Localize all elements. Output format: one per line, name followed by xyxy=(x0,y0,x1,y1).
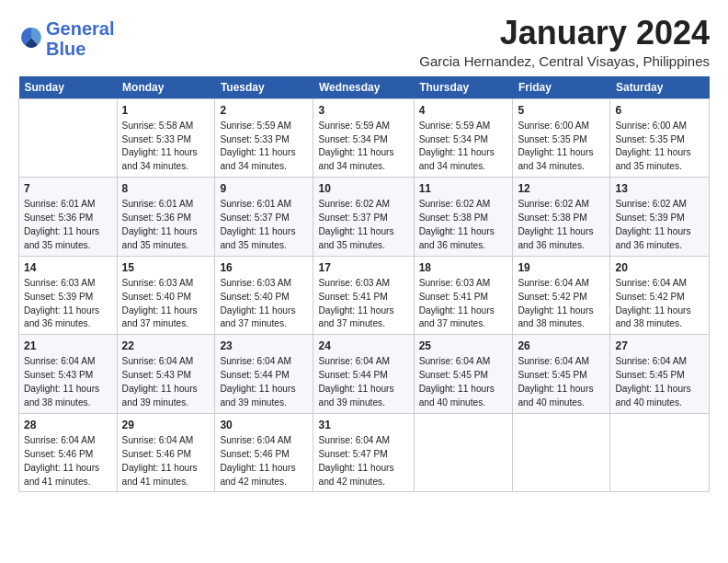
calendar-cell: 10Sunrise: 6:02 AMSunset: 5:37 PMDayligh… xyxy=(313,178,414,257)
calendar-cell: 20Sunrise: 6:04 AMSunset: 5:42 PMDayligh… xyxy=(610,256,710,335)
calendar-cell: 25Sunrise: 6:04 AMSunset: 5:45 PMDayligh… xyxy=(414,335,513,414)
day-number: 23 xyxy=(220,339,308,353)
calendar-cell: 31Sunrise: 6:04 AMSunset: 5:47 PMDayligh… xyxy=(313,413,414,492)
day-number: 28 xyxy=(24,418,112,432)
day-info: Sunrise: 6:01 AMSunset: 5:36 PMDaylight:… xyxy=(24,199,99,250)
calendar-cell: 2Sunrise: 5:59 AMSunset: 5:33 PMDaylight… xyxy=(215,98,313,178)
day-number: 27 xyxy=(615,339,704,353)
day-info: Sunrise: 6:00 AMSunset: 5:35 PMDaylight:… xyxy=(518,121,593,172)
day-number: 16 xyxy=(220,260,308,275)
calendar-cell: 3Sunrise: 5:59 AMSunset: 5:34 PMDaylight… xyxy=(313,98,414,178)
day-number: 26 xyxy=(518,339,605,353)
calendar-week-2: 7Sunrise: 6:01 AMSunset: 5:36 PMDaylight… xyxy=(19,178,710,257)
day-info: Sunrise: 6:01 AMSunset: 5:37 PMDaylight:… xyxy=(220,199,295,250)
title-block: January 2024 Garcia Hernandez, Central V… xyxy=(419,15,710,69)
day-info: Sunrise: 5:59 AMSunset: 5:34 PMDaylight:… xyxy=(318,121,393,172)
day-number: 20 xyxy=(615,260,704,275)
day-number: 1 xyxy=(122,103,210,118)
day-number: 15 xyxy=(122,260,210,275)
day-info: Sunrise: 6:04 AMSunset: 5:42 PMDaylight:… xyxy=(615,278,690,329)
col-thursday: Thursday xyxy=(414,76,513,99)
day-info: Sunrise: 6:04 AMSunset: 5:46 PMDaylight:… xyxy=(220,435,295,487)
header: General Blue January 2024 Garcia Hernand… xyxy=(18,15,710,69)
calendar-week-5: 28Sunrise: 6:04 AMSunset: 5:46 PMDayligh… xyxy=(19,413,710,492)
calendar-cell: 30Sunrise: 6:04 AMSunset: 5:46 PMDayligh… xyxy=(215,413,313,492)
calendar-cell: 7Sunrise: 6:01 AMSunset: 5:36 PMDaylight… xyxy=(19,178,118,257)
day-info: Sunrise: 5:59 AMSunset: 5:34 PMDaylight:… xyxy=(419,121,495,172)
day-number: 3 xyxy=(318,103,408,118)
logo-icon xyxy=(18,25,44,51)
calendar-cell: 19Sunrise: 6:04 AMSunset: 5:42 PMDayligh… xyxy=(513,256,610,335)
day-info: Sunrise: 5:59 AMSunset: 5:33 PMDaylight:… xyxy=(220,121,295,172)
calendar-cell: 21Sunrise: 6:04 AMSunset: 5:43 PMDayligh… xyxy=(19,335,118,414)
day-info: Sunrise: 6:01 AMSunset: 5:36 PMDaylight:… xyxy=(122,199,198,250)
calendar-cell: 5Sunrise: 6:00 AMSunset: 5:35 PMDaylight… xyxy=(513,98,610,178)
calendar-cell: 22Sunrise: 6:04 AMSunset: 5:43 PMDayligh… xyxy=(117,335,215,414)
col-tuesday: Tuesday xyxy=(215,76,313,99)
day-info: Sunrise: 6:03 AMSunset: 5:41 PMDaylight:… xyxy=(419,278,495,329)
calendar-cell: 4Sunrise: 5:59 AMSunset: 5:34 PMDaylight… xyxy=(414,98,513,178)
day-info: Sunrise: 5:58 AMSunset: 5:33 PMDaylight:… xyxy=(122,121,198,172)
calendar-cell xyxy=(610,413,710,492)
day-info: Sunrise: 6:04 AMSunset: 5:43 PMDaylight:… xyxy=(122,356,198,408)
calendar-cell: 1Sunrise: 5:58 AMSunset: 5:33 PMDaylight… xyxy=(117,98,215,178)
day-info: Sunrise: 6:03 AMSunset: 5:40 PMDaylight:… xyxy=(122,278,198,329)
day-number: 21 xyxy=(24,339,112,353)
day-number: 24 xyxy=(318,339,408,353)
day-info: Sunrise: 6:04 AMSunset: 5:44 PMDaylight:… xyxy=(318,356,393,408)
day-number: 2 xyxy=(220,103,308,118)
day-info: Sunrise: 6:04 AMSunset: 5:46 PMDaylight:… xyxy=(122,435,198,487)
calendar-cell: 13Sunrise: 6:02 AMSunset: 5:39 PMDayligh… xyxy=(610,178,710,257)
day-number: 19 xyxy=(518,260,605,275)
calendar-table: Sunday Monday Tuesday Wednesday Thursday… xyxy=(18,76,710,493)
day-number: 29 xyxy=(122,418,210,432)
day-number: 8 xyxy=(122,181,210,196)
calendar-cell: 15Sunrise: 6:03 AMSunset: 5:40 PMDayligh… xyxy=(117,256,215,335)
calendar-cell: 23Sunrise: 6:04 AMSunset: 5:44 PMDayligh… xyxy=(215,335,313,414)
calendar-cell: 24Sunrise: 6:04 AMSunset: 5:44 PMDayligh… xyxy=(313,335,414,414)
day-number: 14 xyxy=(24,260,112,275)
day-number: 6 xyxy=(615,103,704,118)
day-info: Sunrise: 6:02 AMSunset: 5:38 PMDaylight:… xyxy=(518,199,593,250)
day-number: 4 xyxy=(419,103,508,118)
day-info: Sunrise: 6:04 AMSunset: 5:46 PMDaylight:… xyxy=(24,435,99,487)
day-info: Sunrise: 6:04 AMSunset: 5:42 PMDaylight:… xyxy=(518,278,593,329)
calendar-cell: 18Sunrise: 6:03 AMSunset: 5:41 PMDayligh… xyxy=(414,256,513,335)
location-title: Garcia Hernandez, Central Visayas, Phili… xyxy=(419,53,710,69)
day-number: 7 xyxy=(24,181,112,196)
calendar-cell xyxy=(19,98,118,178)
day-info: Sunrise: 6:02 AMSunset: 5:38 PMDaylight:… xyxy=(419,199,495,250)
day-number: 10 xyxy=(318,181,408,196)
col-sunday: Sunday xyxy=(19,76,118,99)
calendar-cell: 6Sunrise: 6:00 AMSunset: 5:35 PMDaylight… xyxy=(610,98,710,178)
day-info: Sunrise: 6:03 AMSunset: 5:41 PMDaylight:… xyxy=(318,278,393,329)
day-info: Sunrise: 6:02 AMSunset: 5:39 PMDaylight:… xyxy=(615,199,690,250)
col-friday: Friday xyxy=(513,76,610,99)
day-number: 17 xyxy=(318,260,408,275)
calendar-cell: 17Sunrise: 6:03 AMSunset: 5:41 PMDayligh… xyxy=(313,256,414,335)
day-info: Sunrise: 6:03 AMSunset: 5:40 PMDaylight:… xyxy=(220,278,295,329)
page: General Blue January 2024 Garcia Hernand… xyxy=(0,0,728,501)
day-info: Sunrise: 6:04 AMSunset: 5:45 PMDaylight:… xyxy=(419,356,495,408)
day-info: Sunrise: 6:04 AMSunset: 5:43 PMDaylight:… xyxy=(24,356,99,408)
calendar-week-3: 14Sunrise: 6:03 AMSunset: 5:39 PMDayligh… xyxy=(19,256,710,335)
calendar-cell: 8Sunrise: 6:01 AMSunset: 5:36 PMDaylight… xyxy=(117,178,215,257)
col-wednesday: Wednesday xyxy=(313,76,414,99)
day-info: Sunrise: 6:04 AMSunset: 5:45 PMDaylight:… xyxy=(615,356,690,408)
calendar-cell: 12Sunrise: 6:02 AMSunset: 5:38 PMDayligh… xyxy=(513,178,610,257)
calendar-cell: 14Sunrise: 6:03 AMSunset: 5:39 PMDayligh… xyxy=(19,256,118,335)
day-info: Sunrise: 6:04 AMSunset: 5:47 PMDaylight:… xyxy=(318,435,393,487)
calendar-week-1: 1Sunrise: 5:58 AMSunset: 5:33 PMDaylight… xyxy=(19,98,710,178)
calendar-cell: 28Sunrise: 6:04 AMSunset: 5:46 PMDayligh… xyxy=(19,413,118,492)
col-saturday: Saturday xyxy=(610,76,710,99)
calendar-cell xyxy=(414,413,513,492)
day-number: 22 xyxy=(122,339,210,353)
day-info: Sunrise: 6:04 AMSunset: 5:44 PMDaylight:… xyxy=(220,356,295,408)
day-info: Sunrise: 6:02 AMSunset: 5:37 PMDaylight:… xyxy=(318,199,393,250)
month-title: January 2024 xyxy=(419,15,710,52)
day-info: Sunrise: 6:00 AMSunset: 5:35 PMDaylight:… xyxy=(615,121,690,172)
logo-line1: General xyxy=(46,18,114,39)
col-monday: Monday xyxy=(117,76,215,99)
calendar-week-4: 21Sunrise: 6:04 AMSunset: 5:43 PMDayligh… xyxy=(19,335,710,414)
calendar-cell xyxy=(513,413,610,492)
